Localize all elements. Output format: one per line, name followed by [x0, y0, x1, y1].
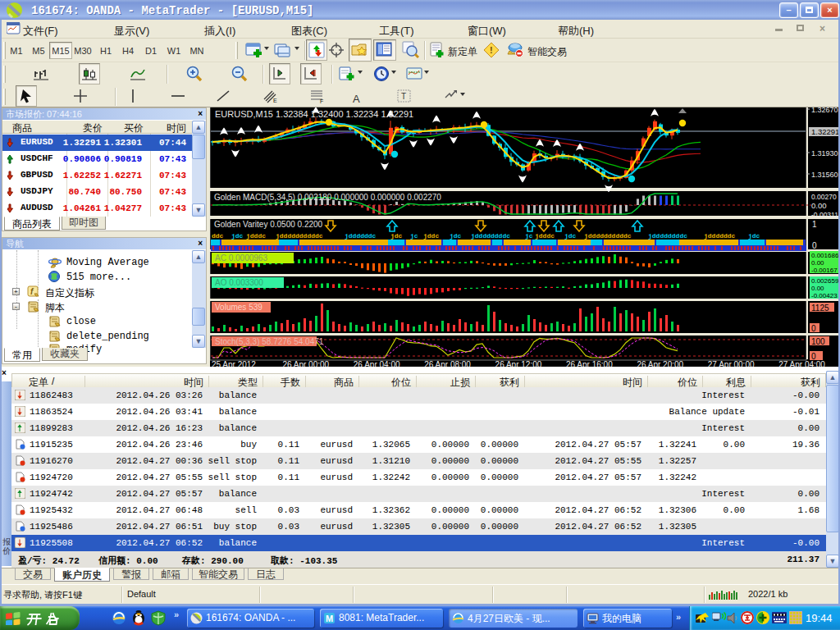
- svg-text:0.00: 0.00: [811, 259, 824, 267]
- svg-text:0.00: 0.00: [811, 285, 824, 292]
- svg-text:jddddddddddc: jddddddddddc: [276, 232, 323, 240]
- svg-text:ddc: ddc: [212, 232, 224, 240]
- svg-text:jddddddddc: jddddddddc: [648, 232, 687, 240]
- svg-text:jdc: jdc: [450, 232, 462, 240]
- svg-text:Volumes 539: Volumes 539: [215, 303, 262, 312]
- svg-text:Golden MACD(5,34,5) 0.002180 0: Golden MACD(5,34,5) 0.002180 0.000000 0.…: [214, 193, 441, 202]
- svg-text:!: !: [490, 45, 493, 55]
- svg-text:100: 100: [811, 337, 825, 346]
- svg-text:jddddddddddc: jddddddddddc: [584, 232, 632, 240]
- svg-text:0: 0: [811, 352, 816, 361]
- svg-text:jddddddc: jddddddc: [345, 232, 377, 240]
- svg-text:0: 0: [811, 324, 816, 333]
- svg-text:0.002659: 0.002659: [811, 277, 839, 285]
- svg-text:M: M: [326, 614, 333, 623]
- svg-text:jdddc: jdddc: [246, 232, 266, 240]
- svg-text:E: E: [273, 98, 277, 103]
- svg-text:0.00: 0.00: [811, 201, 827, 210]
- svg-text:jdc: jdc: [748, 232, 760, 240]
- svg-text:jc: jc: [525, 232, 533, 240]
- svg-text:1.32670: 1.32670: [811, 107, 838, 114]
- svg-text:jddddddc: jddddddc: [704, 232, 736, 240]
- svg-text:-0.00423: -0.00423: [811, 292, 838, 299]
- svg-text:jdc: jdc: [231, 232, 244, 240]
- svg-text:1.31560: 1.31560: [811, 171, 838, 179]
- svg-text:0.001686: 0.001686: [811, 252, 839, 259]
- svg-text:EURUSD,M15 1.32384 1.32400 1.: EURUSD,M15 1.32384 1.32400 1.32234 1.322…: [215, 109, 413, 119]
- svg-text:-0.00167: -0.00167: [811, 267, 838, 274]
- svg-text:jddddddddc: jddddddddc: [471, 232, 510, 240]
- svg-text:F: F: [320, 98, 323, 104]
- svg-text:Stoch(5,3,3) 58.7276 54.0471: Stoch(5,3,3) 58.7276 54.0471: [215, 337, 324, 346]
- svg-text:1125: 1125: [811, 304, 829, 313]
- svg-text:AC 0.0000963: AC 0.0000963: [215, 253, 267, 262]
- svg-text:1.32291: 1.32291: [811, 127, 839, 136]
- svg-text:AO 0.003300: AO 0.003300: [215, 278, 263, 287]
- svg-text:jdc: jdc: [564, 232, 577, 240]
- svg-text:0.00270: 0.00270: [811, 193, 837, 201]
- svg-text:jdddc: jdddc: [535, 232, 555, 240]
- svg-text:1.31930: 1.31930: [811, 149, 838, 158]
- svg-text:jc: jc: [410, 232, 418, 240]
- svg-text:Golden Varitey 0.0500 0.2200: Golden Varitey 0.0500 0.2200: [214, 220, 323, 229]
- svg-text:jddc: jddc: [423, 232, 439, 240]
- svg-text:1: 1: [812, 220, 817, 229]
- svg-text:jdc: jdc: [390, 232, 403, 240]
- svg-text:0: 0: [812, 241, 817, 250]
- svg-text:-0.00311: -0.00311: [811, 211, 838, 219]
- svg-text:T: T: [401, 92, 406, 101]
